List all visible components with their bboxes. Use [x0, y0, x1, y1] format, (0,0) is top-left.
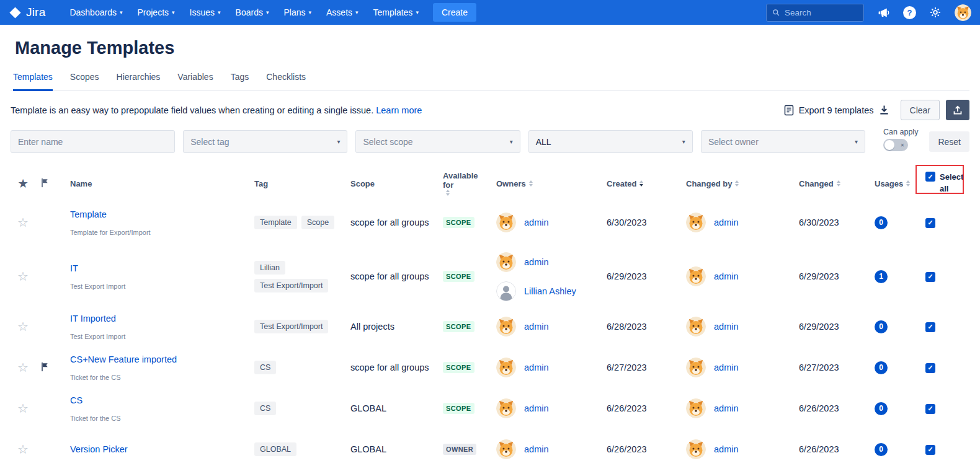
tag-filter-placeholder: Select tag — [190, 137, 229, 147]
project-filter-select[interactable]: ALL ▾ — [528, 130, 693, 153]
template-name-link[interactable]: Template — [70, 209, 107, 219]
usages-badge[interactable]: 0 — [875, 216, 888, 229]
reset-button[interactable]: Reset — [929, 131, 969, 152]
column-header-owners[interactable]: Owners — [486, 179, 597, 188]
tag-chip[interactable]: CS — [254, 361, 276, 374]
column-header-usages[interactable]: Usages — [853, 179, 909, 188]
column-header-name[interactable]: Name — [61, 179, 247, 188]
nav-item-assets[interactable]: Assets ▾ — [319, 4, 365, 21]
nav-item-dashboards[interactable]: Dashboards ▾ — [63, 4, 129, 21]
template-name-link[interactable]: IT Imported — [70, 314, 116, 323]
owner-link[interactable]: admin — [524, 444, 549, 454]
sort-icon[interactable] — [837, 180, 840, 187]
flagged-icon[interactable] — [40, 362, 50, 372]
announcements-megaphone-icon[interactable] — [877, 6, 890, 19]
share-export-button[interactable] — [946, 100, 969, 120]
owner-link[interactable]: admin — [524, 363, 549, 372]
owner-filter-select[interactable]: Select owner ▾ — [701, 130, 865, 153]
usages-badge[interactable]: 0 — [875, 443, 888, 456]
template-name-link[interactable]: CS — [70, 395, 82, 405]
favorite-star-icon[interactable]: ☆ — [17, 442, 29, 456]
row-checkbox[interactable]: ✓ — [925, 272, 935, 282]
upload-icon — [953, 105, 963, 115]
tag-chip[interactable]: Lillian — [254, 261, 285, 275]
changed-by-link[interactable]: admin — [714, 444, 739, 454]
template-name-link[interactable]: Version Picker — [70, 444, 128, 454]
user-avatar[interactable] — [955, 4, 971, 21]
row-checkbox[interactable]: ✓ — [925, 404, 935, 414]
can-apply-toggle[interactable]: ✕ — [883, 139, 908, 151]
changed-by-link[interactable]: admin — [714, 322, 739, 332]
row-checkbox[interactable]: ✓ — [925, 363, 935, 373]
changed-by: admin — [686, 398, 780, 418]
create-button[interactable]: Create — [433, 3, 476, 22]
tag-chip[interactable]: Scope — [301, 216, 334, 229]
usages-badge[interactable]: 0 — [875, 320, 888, 333]
favorite-star-icon[interactable]: ☆ — [17, 216, 29, 229]
select-all-checkbox[interactable]: ✓ — [925, 172, 935, 182]
column-header-scope[interactable]: Scope — [344, 179, 437, 188]
owner-link[interactable]: admin — [524, 257, 549, 267]
tab-hierarchies[interactable]: Hierarchies — [117, 72, 161, 91]
name-filter-input[interactable] — [11, 130, 175, 153]
column-header-available-for[interactable]: Available for — [437, 171, 486, 196]
scope-filter-select[interactable]: Select scope ▾ — [355, 130, 520, 153]
favorite-star-icon[interactable]: ☆ — [17, 320, 29, 333]
tag-chip[interactable]: Test Export/Import — [254, 279, 328, 292]
nav-item-plans[interactable]: Plans ▾ — [277, 4, 318, 21]
tab-variables[interactable]: Variables — [177, 72, 213, 91]
tag-chip[interactable]: GLOBAL — [254, 442, 296, 456]
owner-link[interactable]: admin — [524, 218, 549, 227]
sort-icon-active[interactable] — [639, 180, 643, 187]
search-input[interactable] — [785, 8, 858, 17]
owner-link[interactable]: admin — [524, 403, 549, 413]
tag-filter-select[interactable]: Select tag ▾ — [183, 130, 347, 153]
column-header-changed[interactable]: Changed — [784, 179, 853, 188]
tab-bar: Templates Scopes Hierarchies Variables T… — [11, 72, 969, 91]
column-header-changed-by[interactable]: Changed by — [672, 179, 784, 188]
owner-link[interactable]: Lillian Ashley — [524, 286, 576, 296]
favorite-star-icon[interactable]: ☆ — [17, 361, 29, 374]
nav-item-issues[interactable]: Issues ▾ — [183, 4, 228, 21]
sort-icon[interactable] — [446, 190, 450, 196]
nav-item-projects[interactable]: Projects ▾ — [130, 4, 181, 21]
flag-column-icon[interactable] — [40, 178, 50, 188]
usages-badge[interactable]: 0 — [875, 402, 888, 415]
changed-by-link[interactable]: admin — [714, 403, 739, 413]
changed-by-link[interactable]: admin — [714, 271, 739, 281]
tab-templates[interactable]: Templates — [13, 72, 53, 91]
tag-chip[interactable]: Template — [254, 216, 297, 229]
favorite-star-icon[interactable]: ☆ — [17, 402, 29, 415]
global-search[interactable] — [766, 4, 864, 22]
jira-logo[interactable]: Jira — [9, 6, 45, 19]
template-name-link[interactable]: CS+New Feature imported — [70, 354, 177, 364]
favorite-column-star-icon[interactable]: ★ — [18, 178, 27, 190]
template-description: Ticket for the CS — [70, 374, 121, 381]
template-name-link[interactable]: IT — [70, 263, 78, 273]
clear-button[interactable]: Clear — [901, 100, 940, 120]
usages-badge[interactable]: 0 — [875, 361, 888, 374]
row-checkbox[interactable]: ✓ — [925, 218, 935, 228]
changed-by-link[interactable]: admin — [714, 363, 739, 372]
settings-gear-icon[interactable] — [929, 6, 942, 19]
changed-by-link[interactable]: admin — [714, 218, 739, 227]
export-templates-button[interactable]: Export 9 templates — [784, 105, 889, 116]
row-checkbox[interactable]: ✓ — [925, 322, 935, 332]
column-header-tag[interactable]: Tag — [247, 179, 344, 188]
favorite-star-icon[interactable]: ☆ — [17, 270, 29, 283]
usages-badge[interactable]: 1 — [875, 270, 888, 283]
tab-scopes[interactable]: Scopes — [70, 72, 99, 91]
sort-icon[interactable] — [529, 180, 533, 187]
help-icon[interactable]: ? — [903, 6, 916, 19]
column-header-created[interactable]: Created — [597, 179, 672, 188]
row-checkbox[interactable]: ✓ — [925, 445, 935, 455]
sort-icon[interactable] — [735, 180, 739, 187]
tab-tags[interactable]: Tags — [231, 72, 249, 91]
tab-checklists[interactable]: Checklists — [266, 72, 306, 91]
learn-more-link[interactable]: Learn more — [376, 105, 422, 115]
tag-chip[interactable]: CS — [254, 402, 276, 415]
nav-item-boards[interactable]: Boards ▾ — [229, 4, 276, 21]
nav-item-templates[interactable]: Templates ▾ — [367, 4, 425, 21]
owner-link[interactable]: admin — [524, 322, 549, 332]
tag-chip[interactable]: Test Export/Import — [254, 320, 328, 333]
